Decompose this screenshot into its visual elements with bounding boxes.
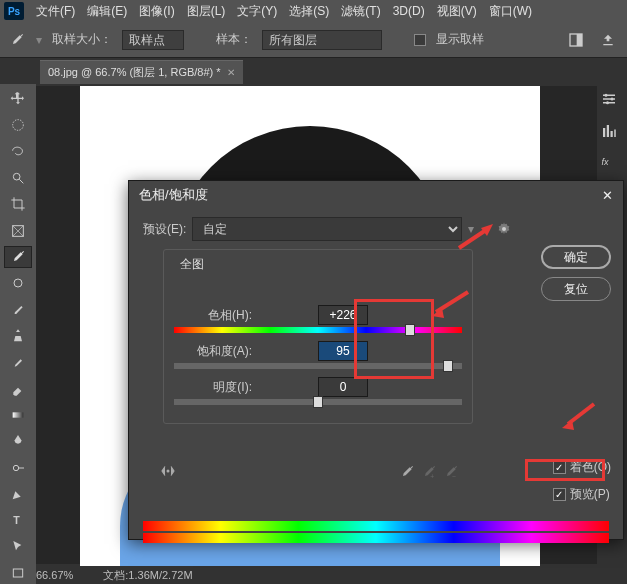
hue-slider[interactable] — [174, 327, 462, 335]
dialog-close-icon[interactable]: ✕ — [602, 188, 613, 203]
eyedropper-sub-icon[interactable]: − — [443, 464, 459, 483]
panel-icon[interactable] — [565, 29, 587, 51]
svg-text:fx: fx — [602, 157, 610, 167]
svg-point-2 — [13, 120, 24, 131]
eraser-tool[interactable] — [4, 378, 32, 400]
menu-filter[interactable]: 滤镜(T) — [341, 3, 380, 20]
svg-rect-5 — [14, 279, 22, 287]
ps-logo: Ps — [4, 2, 24, 20]
pen-tool[interactable] — [4, 483, 32, 505]
menu-type[interactable]: 文字(Y) — [237, 3, 277, 20]
heal-tool[interactable] — [4, 272, 32, 294]
svg-point-3 — [13, 173, 20, 180]
blur-tool[interactable] — [4, 430, 32, 452]
saturation-label: 饱和度(A): — [174, 343, 252, 360]
svg-rect-1 — [577, 34, 582, 46]
eyedropper-add-icon[interactable]: + — [421, 464, 437, 483]
show-sample-ring-checkbox[interactable] — [414, 34, 426, 46]
colorize-label: 着色(O) — [570, 459, 611, 476]
saturation-slider[interactable] — [174, 363, 462, 371]
hue-strip-bottom — [143, 533, 609, 543]
svg-rect-9 — [13, 569, 22, 577]
tools-panel: T — [0, 84, 36, 584]
svg-point-15 — [167, 470, 170, 473]
menu-edit[interactable]: 编辑(E) — [87, 3, 127, 20]
marquee-tool[interactable] — [4, 114, 32, 136]
hue-strip-top — [143, 521, 609, 531]
saturation-input[interactable] — [318, 341, 368, 361]
histogram-icon[interactable] — [600, 122, 624, 142]
hue-label: 色相(H): — [174, 307, 252, 324]
eyedropper-tool[interactable] — [4, 246, 32, 268]
sample-size-select[interactable]: 取样点 — [122, 30, 184, 50]
menu-file[interactable]: 文件(F) — [36, 3, 75, 20]
svg-text:+: + — [430, 473, 434, 480]
eyedropper-main-icon[interactable] — [399, 464, 415, 483]
channel-label[interactable]: 全图 — [180, 256, 462, 273]
preview-checkbox[interactable]: ✓ — [553, 488, 566, 501]
fx-icon[interactable]: fx — [600, 154, 624, 174]
menu-3d[interactable]: 3D(D) — [393, 4, 425, 18]
doc-info: 文档:1.36M/2.72M — [103, 568, 192, 583]
sample-size-label: 取样大小： — [52, 31, 112, 48]
eyedropper-tool-icon[interactable] — [8, 31, 26, 49]
brush-tool[interactable] — [4, 299, 32, 321]
shape-tool[interactable] — [4, 562, 32, 584]
frame-tool[interactable] — [4, 220, 32, 242]
preset-label: 预设(E): — [143, 221, 186, 238]
type-tool[interactable]: T — [4, 509, 32, 531]
clone-stamp-tool[interactable] — [4, 325, 32, 347]
zoom-level[interactable]: 66.67% — [36, 569, 73, 581]
preview-label: 预览(P) — [570, 486, 610, 503]
dialog-title: 色相/饱和度 — [139, 186, 208, 204]
svg-text:T: T — [13, 514, 20, 526]
gear-icon[interactable] — [496, 221, 512, 237]
move-tool[interactable] — [4, 88, 32, 110]
preset-select[interactable]: 自定 — [192, 217, 462, 241]
lightness-input[interactable] — [318, 377, 368, 397]
hue-saturation-dialog: 色相/饱和度 ✕ 预设(E): 自定 ▾ 全图 色相(H): — [128, 180, 624, 540]
svg-point-12 — [606, 101, 609, 104]
history-brush-tool[interactable] — [4, 351, 32, 373]
sample-label: 样本： — [216, 31, 252, 48]
crop-tool[interactable] — [4, 193, 32, 215]
share-icon[interactable] — [597, 29, 619, 51]
svg-point-10 — [605, 94, 608, 97]
reset-button[interactable]: 复位 — [541, 277, 611, 301]
quick-select-tool[interactable] — [4, 167, 32, 189]
svg-point-7 — [13, 465, 18, 470]
path-select-tool[interactable] — [4, 535, 32, 557]
menu-select[interactable]: 选择(S) — [289, 3, 329, 20]
document-tab[interactable]: 08.jpg @ 66.7% (图层 1, RGB/8#) * ✕ — [40, 60, 243, 84]
svg-point-11 — [611, 98, 614, 101]
sample-select[interactable]: 所有图层 — [262, 30, 382, 50]
menu-layer[interactable]: 图层(L) — [187, 3, 226, 20]
dodge-tool[interactable] — [4, 457, 32, 479]
hue-input[interactable] — [318, 305, 368, 325]
scrub-icon[interactable] — [159, 462, 177, 483]
gradient-tool[interactable] — [4, 404, 32, 426]
lightness-slider[interactable] — [174, 399, 462, 407]
lightness-label: 明度(I): — [174, 379, 252, 396]
svg-text:−: − — [452, 473, 456, 480]
menu-view[interactable]: 视图(V) — [437, 3, 477, 20]
document-tab-title: 08.jpg @ 66.7% (图层 1, RGB/8#) * — [48, 65, 221, 80]
close-icon[interactable]: ✕ — [227, 67, 235, 78]
menu-window[interactable]: 窗口(W) — [489, 3, 532, 20]
sliders-icon[interactable] — [600, 90, 624, 110]
ok-button[interactable]: 确定 — [541, 245, 611, 269]
svg-rect-6 — [13, 412, 24, 417]
colorize-checkbox[interactable]: ✓ — [553, 461, 566, 474]
lasso-tool[interactable] — [4, 141, 32, 163]
menu-image[interactable]: 图像(I) — [139, 3, 174, 20]
show-sample-ring-label: 显示取样 — [436, 31, 484, 48]
